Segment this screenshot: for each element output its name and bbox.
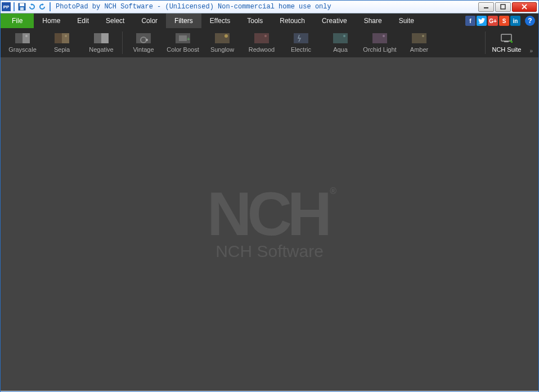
tool-electric[interactable]: Electric — [281, 29, 321, 57]
svg-point-30 — [383, 35, 385, 37]
svg-point-12 — [65, 35, 67, 37]
undo-icon[interactable] — [28, 2, 37, 11]
minimize-button[interactable] — [478, 2, 494, 12]
social-icons: f G+ S in ? — [465, 13, 538, 28]
linkedin-icon[interactable]: in — [510, 16, 520, 26]
tool-colorboost[interactable]: + Color Boost — [163, 29, 203, 57]
redo-icon[interactable] — [38, 2, 47, 11]
menu-color[interactable]: Color — [133, 13, 166, 28]
titlebar-left: PP PhotoPad by NCH Software - (Unlicense… — [1, 2, 331, 11]
canvas-area: NCH® NCH Software — [1, 57, 538, 391]
save-icon[interactable] — [17, 2, 26, 11]
watermark-logo: NCH® — [207, 187, 332, 240]
tool-label: Aqua — [333, 46, 348, 53]
tool-aqua[interactable]: Aqua — [321, 29, 360, 57]
svg-rect-20 — [179, 35, 187, 41]
app-icon: PP — [2, 2, 11, 11]
menu-retouch[interactable]: Retouch — [271, 13, 313, 28]
svg-rect-22 — [215, 33, 230, 43]
svg-point-32 — [422, 35, 424, 37]
sepia-icon — [55, 33, 69, 43]
app-window: PP PhotoPad by NCH Software - (Unlicense… — [0, 0, 539, 392]
svg-rect-27 — [333, 33, 348, 43]
svg-rect-2 — [20, 7, 24, 10]
svg-rect-4 — [501, 4, 505, 9]
svg-rect-8 — [23, 33, 30, 43]
tool-sepia[interactable]: Sepia — [42, 29, 82, 57]
svg-rect-29 — [372, 33, 387, 43]
redwood-icon — [254, 33, 269, 43]
svg-point-18 — [146, 39, 148, 41]
stumbleupon-icon[interactable]: S — [499, 16, 509, 26]
amber-icon — [412, 33, 426, 43]
electric-icon — [294, 33, 308, 43]
menu-edit[interactable]: Edit — [69, 13, 97, 28]
svg-rect-31 — [412, 33, 426, 43]
svg-rect-11 — [62, 33, 69, 43]
registered-icon: ® — [330, 186, 332, 196]
toolbar-separator — [122, 31, 123, 54]
tool-label: NCH Suite — [492, 46, 521, 53]
svg-rect-16 — [136, 33, 151, 43]
svg-point-23 — [224, 34, 228, 38]
menu-file[interactable]: File — [1, 13, 34, 28]
svg-text:+: + — [187, 36, 190, 42]
googleplus-icon[interactable]: G+ — [488, 16, 498, 26]
tool-label: Redwood — [249, 46, 275, 53]
menu-filters[interactable]: Filters — [166, 13, 201, 28]
titlebar-separator — [50, 2, 51, 11]
tool-nchsuite[interactable]: NCH Suite — [487, 29, 526, 57]
tool-label: Sunglow — [210, 46, 234, 53]
tool-amber[interactable]: Amber — [399, 29, 439, 57]
titlebar-separator — [14, 2, 15, 11]
tool-orchidlight[interactable]: Orchid Light — [360, 29, 399, 57]
tool-vintage[interactable]: Vintage — [124, 29, 163, 57]
tool-sunglow[interactable]: Sunglow — [203, 29, 242, 57]
menu-tools[interactable]: Tools — [239, 13, 271, 28]
help-icon[interactable]: ? — [525, 16, 535, 26]
orchidlight-icon — [372, 33, 387, 43]
toolbar-overflow-icon[interactable]: » — [526, 48, 536, 54]
tool-label: Negative — [89, 46, 113, 53]
tool-label: Color Boost — [167, 46, 199, 53]
nchsuite-icon — [499, 33, 514, 43]
colorboost-icon: + — [176, 33, 190, 43]
menu-creative[interactable]: Creative — [313, 13, 356, 28]
twitter-icon[interactable] — [477, 16, 487, 26]
toolbar-separator — [485, 31, 486, 54]
tool-grayscale[interactable]: Grayscale — [3, 29, 42, 57]
watermark-text: NCH Software — [207, 242, 332, 261]
svg-rect-34 — [504, 41, 509, 42]
toolbar: Grayscale Sepia Negative Vintage + Color… — [1, 28, 538, 57]
titlebar: PP PhotoPad by NCH Software - (Unlicense… — [1, 1, 538, 13]
menu-home[interactable]: Home — [34, 13, 69, 28]
tool-label: Orchid Light — [363, 46, 396, 53]
tool-label: Sepia — [54, 46, 70, 53]
tool-redwood[interactable]: Redwood — [242, 29, 281, 57]
sunglow-icon — [215, 33, 230, 43]
tool-negative[interactable]: Negative — [82, 29, 121, 57]
window-controls — [478, 2, 538, 12]
svg-rect-14 — [101, 33, 109, 43]
menu-suite[interactable]: Suite — [390, 13, 423, 28]
menu-select[interactable]: Select — [97, 13, 133, 28]
close-button[interactable] — [512, 2, 537, 12]
watermark-logo-text: NCH — [207, 179, 327, 248]
tool-label: Amber — [410, 46, 428, 53]
tool-label: Vintage — [133, 46, 154, 53]
menubar-spacer — [423, 13, 465, 28]
maximize-button[interactable] — [495, 2, 511, 12]
svg-rect-1 — [20, 3, 24, 6]
svg-rect-15 — [94, 33, 101, 43]
window-title: PhotoPad by NCH Software - (Unlicensed) … — [56, 3, 331, 11]
watermark: NCH® NCH Software — [207, 187, 332, 262]
svg-point-9 — [25, 35, 28, 37]
tool-label: Grayscale — [8, 46, 37, 53]
menu-share[interactable]: Share — [356, 13, 390, 28]
svg-point-25 — [264, 35, 267, 37]
svg-point-28 — [343, 35, 345, 37]
facebook-icon[interactable]: f — [465, 16, 475, 26]
svg-rect-26 — [294, 33, 308, 43]
vintage-icon — [136, 33, 151, 43]
menu-effects[interactable]: Effects — [201, 13, 239, 28]
